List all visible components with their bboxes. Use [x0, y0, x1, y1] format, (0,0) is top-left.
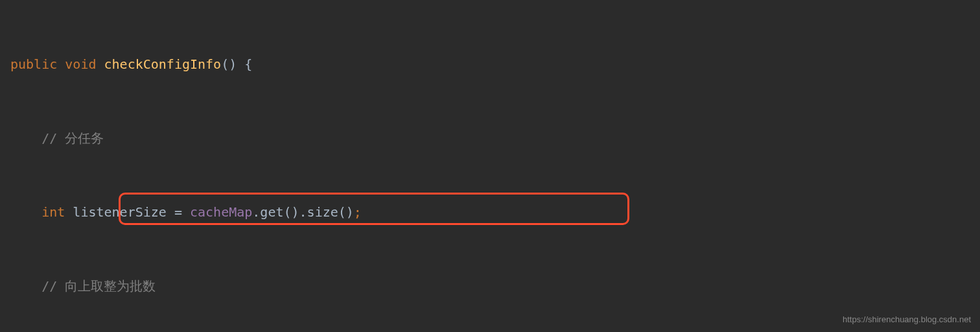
code-line: public void checkConfigInfo() {	[10, 52, 977, 77]
method-signature-tail: () {	[221, 56, 252, 72]
watermark: https://shirenchuang.blog.csdn.net	[843, 312, 971, 328]
keyword-int: int	[41, 204, 73, 220]
semicolon: ;	[354, 204, 362, 220]
method-name: checkConfigInfo	[104, 56, 222, 72]
keyword-void: void	[65, 56, 104, 72]
code-editor[interactable]: public void checkConfigInfo() { // 分任务 i…	[0, 0, 980, 332]
comment: // 分任务	[41, 130, 104, 146]
variable: listenerSize =	[73, 204, 190, 220]
comment: // 向上取整为批数	[41, 278, 156, 294]
code-line: // 分任务	[10, 126, 977, 150]
field-cacheMap: cacheMap	[190, 204, 252, 220]
code-line: // 向上取整为批数	[10, 274, 977, 298]
code-line: int listenerSize = cacheMap.get().size()…	[10, 200, 977, 224]
keyword-public: public	[10, 56, 65, 72]
method-call: .get().size()	[252, 204, 354, 220]
